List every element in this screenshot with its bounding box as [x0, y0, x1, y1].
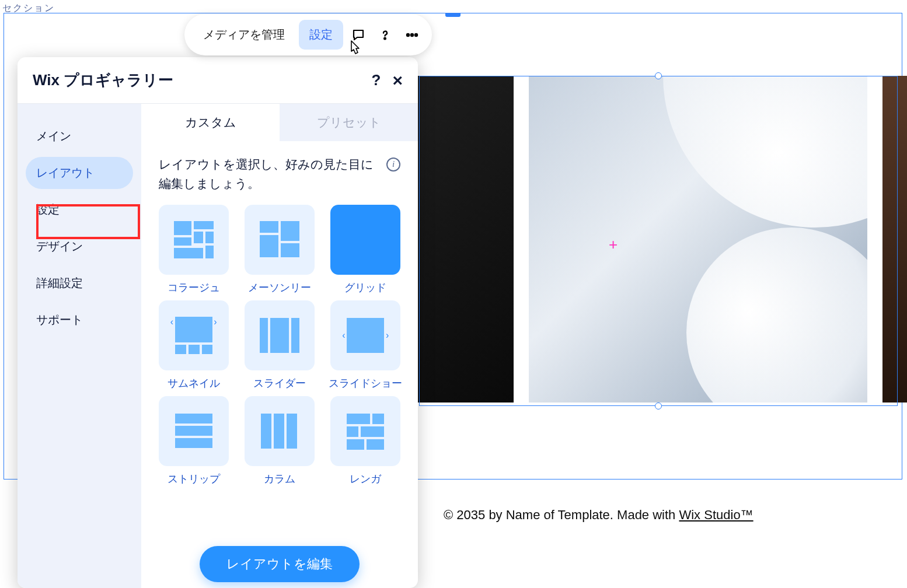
sidebar-item-main[interactable]: メイン	[26, 120, 133, 152]
layout-option-thumbnail[interactable]: ‹ › サムネイル	[155, 300, 232, 390]
frame-top-handle[interactable]	[445, 13, 461, 17]
layout-tabs: カスタム プリセット	[141, 104, 418, 141]
layout-description: レイアウトを選択し、好みの見た目に編集しましょう。 i	[141, 141, 418, 195]
svg-rect-30	[274, 414, 284, 449]
svg-rect-11	[260, 221, 278, 233]
svg-rect-15	[347, 221, 384, 258]
svg-rect-4	[174, 221, 191, 235]
gallery-image-left[interactable]	[409, 76, 514, 402]
more-icon[interactable]	[400, 23, 424, 47]
layout-label: ストリップ	[168, 472, 220, 486]
sidebar-item-settings[interactable]: 設定	[26, 194, 133, 226]
svg-rect-27	[175, 426, 212, 436]
svg-rect-26	[175, 414, 212, 424]
layout-option-masonry[interactable]: メーソンリー	[241, 205, 318, 295]
arrow-right-icon: ›	[214, 317, 217, 327]
panel-close-button[interactable]: ×	[392, 71, 403, 90]
edit-layout-button[interactable]: レイアウトを編集	[200, 546, 360, 582]
svg-rect-35	[361, 426, 384, 437]
layout-options-grid: コラージュ メーソンリー グリッド	[141, 195, 418, 486]
svg-rect-36	[347, 439, 364, 450]
layout-option-brick[interactable]: レンガ	[327, 396, 404, 486]
arrow-right-icon: ›	[386, 330, 389, 341]
comments-icon[interactable]	[347, 23, 370, 47]
layout-label: スライドショー	[329, 376, 402, 390]
footer-prefix: © 2035 by Name of Template. Made with	[444, 508, 679, 522]
layout-option-strip[interactable]: ストリップ	[155, 396, 232, 486]
svg-point-0	[384, 37, 386, 39]
svg-rect-10	[205, 246, 214, 258]
gallery-preview	[409, 76, 907, 402]
layout-option-slideshow[interactable]: ‹ › スライドショー	[327, 300, 404, 390]
svg-rect-12	[281, 221, 299, 241]
panel-title: Wix プロギャラリー	[33, 70, 173, 90]
svg-rect-6	[194, 232, 203, 243]
pro-gallery-settings-panel: Wix プロギャラリー ? × メイン レイアウト 設定 デザイン 詳細設定 サ…	[18, 57, 418, 588]
sidebar-item-layout[interactable]: レイアウト	[26, 157, 133, 189]
svg-rect-24	[291, 318, 299, 353]
svg-rect-33	[372, 414, 384, 424]
help-icon[interactable]	[374, 23, 397, 47]
footer-link[interactable]: Wix Studio™	[679, 508, 753, 522]
manage-media-button[interactable]: メディアを管理	[193, 20, 295, 50]
panel-help-button[interactable]: ?	[372, 71, 381, 89]
svg-rect-28	[175, 438, 212, 448]
tab-preset[interactable]: プリセット	[280, 104, 418, 141]
svg-rect-13	[260, 235, 278, 257]
layout-label: レンガ	[350, 472, 381, 486]
layout-label: グリッド	[344, 281, 386, 295]
sidebar-item-design[interactable]: デザイン	[26, 230, 133, 262]
arrow-left-icon: ‹	[342, 330, 345, 341]
layout-label: メーソンリー	[248, 281, 311, 295]
sidebar-item-support[interactable]: サポート	[26, 304, 133, 336]
layout-label: サムネイル	[168, 376, 220, 390]
svg-rect-31	[287, 414, 297, 449]
info-icon[interactable]: i	[386, 158, 400, 172]
layout-option-grid[interactable]: グリッド	[327, 205, 404, 295]
svg-rect-32	[347, 414, 370, 424]
layout-label: コラージュ	[168, 281, 220, 295]
layout-label: スライダー	[253, 376, 306, 390]
svg-point-2	[411, 33, 413, 36]
arrow-left-icon: ‹	[170, 317, 173, 327]
svg-rect-22	[260, 318, 268, 353]
layout-label: カラム	[264, 472, 295, 486]
svg-rect-23	[270, 318, 289, 353]
layout-description-text: レイアウトを選択し、好みの見た目に編集しましょう。	[159, 155, 381, 193]
layout-option-collage[interactable]: コラージュ	[155, 205, 232, 295]
settings-button[interactable]: 設定	[299, 20, 343, 50]
svg-rect-34	[347, 426, 358, 437]
panel-header-actions: ? ×	[372, 71, 403, 90]
svg-point-1	[407, 33, 409, 36]
svg-rect-7	[205, 232, 214, 243]
svg-point-3	[415, 33, 417, 36]
gallery-image-center[interactable]	[529, 76, 867, 402]
panel-sidebar: メイン レイアウト 設定 デザイン 詳細設定 サポート	[18, 104, 141, 588]
sidebar-item-advanced[interactable]: 詳細設定	[26, 267, 133, 299]
panel-header: Wix プロギャラリー ? ×	[18, 57, 418, 104]
svg-rect-9	[174, 248, 203, 258]
tab-custom[interactable]: カスタム	[141, 104, 280, 141]
thumbnail-nav-arrows: ‹ ›	[159, 300, 229, 370]
layout-option-column[interactable]: カラム	[241, 396, 318, 486]
svg-rect-29	[261, 414, 271, 449]
svg-rect-14	[281, 243, 299, 257]
svg-rect-8	[174, 237, 191, 246]
slideshow-nav-arrows: ‹ ›	[330, 300, 400, 370]
element-action-toolbar: メディアを管理 設定	[184, 14, 432, 55]
panel-content: カスタム プリセット レイアウトを選択し、好みの見た目に編集しましょう。 i コ…	[141, 104, 418, 588]
layout-option-slider[interactable]: スライダー	[241, 300, 318, 390]
footer-text: © 2035 by Name of Template. Made with Wi…	[444, 508, 753, 523]
svg-rect-5	[194, 221, 214, 229]
svg-rect-37	[367, 439, 384, 450]
gallery-image-right[interactable]	[882, 76, 907, 402]
